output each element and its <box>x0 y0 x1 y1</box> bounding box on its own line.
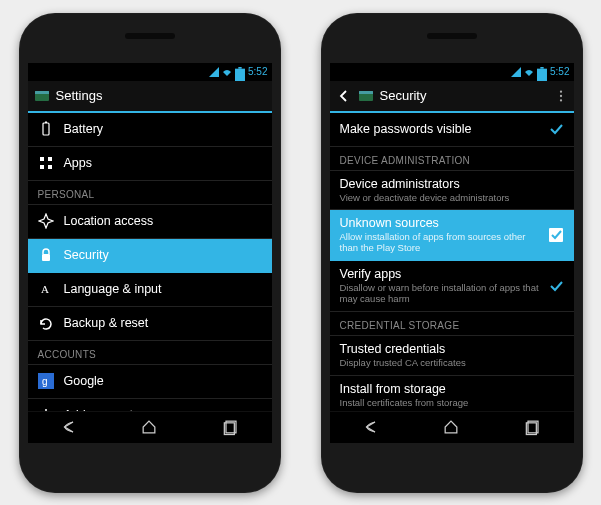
navigation-bar <box>28 411 272 443</box>
navigation-bar <box>330 411 574 443</box>
phone-left: 5:52 Settings Battery Apps PERSONAL <box>19 13 281 493</box>
row-unknown-sources[interactable]: Unknown sources Allow installation of ap… <box>330 210 574 261</box>
svg-text:A: A <box>41 283 49 295</box>
checkbox-checked-icon[interactable] <box>548 227 564 243</box>
security-list[interactable]: Make passwords visible DEVICE ADMINISTRA… <box>330 113 574 411</box>
settings-item-battery[interactable]: Battery <box>28 113 272 147</box>
svg-rect-3 <box>35 91 49 94</box>
status-bar: 5:52 <box>330 63 574 81</box>
recent-apps-button[interactable] <box>218 414 244 440</box>
wifi-icon <box>222 67 232 77</box>
settings-list[interactable]: Battery Apps PERSONAL Location access <box>28 113 272 411</box>
settings-item-backup[interactable]: Backup & reset <box>28 307 272 341</box>
row-install-from-storage[interactable]: Install from storage Install certificate… <box>330 376 574 410</box>
settings-item-add-account[interactable]: Add account <box>28 399 272 411</box>
svg-point-21 <box>559 90 561 92</box>
svg-rect-6 <box>40 157 44 161</box>
row-label: Device administrators <box>340 177 564 191</box>
recent-apps-button[interactable] <box>520 414 546 440</box>
section-header-personal: PERSONAL <box>28 181 272 205</box>
row-passwords-visible[interactable]: Make passwords visible <box>330 113 574 147</box>
screen-left: 5:52 Settings Battery Apps PERSONAL <box>28 63 272 443</box>
row-label: Verify apps <box>340 267 542 281</box>
row-trusted-credentials[interactable]: Trusted credentials Display trusted CA c… <box>330 336 574 376</box>
google-icon: g <box>38 373 54 389</box>
item-label: Language & input <box>64 282 162 296</box>
page-title: Settings <box>56 88 103 103</box>
backup-icon <box>38 315 54 331</box>
clock-text: 5:52 <box>248 66 267 77</box>
signal-icon <box>209 67 219 77</box>
item-label: Apps <box>64 156 93 170</box>
settings-app-icon <box>34 88 50 104</box>
screen-right: 5:52 Security Make passwords visible DEV… <box>330 63 574 443</box>
svg-point-22 <box>559 94 561 96</box>
home-button[interactable] <box>438 414 464 440</box>
phone-right: 5:52 Security Make passwords visible DEV… <box>321 13 583 493</box>
item-label: Security <box>64 248 109 262</box>
svg-rect-7 <box>48 157 52 161</box>
action-bar: Settings <box>28 81 272 113</box>
svg-rect-9 <box>48 165 52 169</box>
checkbox-checked-icon[interactable] <box>548 278 564 294</box>
svg-point-23 <box>559 99 561 101</box>
row-sublabel: View or deactivate device administrators <box>340 193 564 204</box>
back-caret-icon[interactable] <box>336 88 352 104</box>
battery-icon <box>235 67 245 77</box>
battery-icon <box>537 67 547 77</box>
svg-rect-1 <box>238 67 241 69</box>
item-label: Battery <box>64 122 104 136</box>
home-button[interactable] <box>136 414 162 440</box>
signal-icon <box>511 67 521 77</box>
item-label: Location access <box>64 214 154 228</box>
row-sublabel: Display trusted CA certificates <box>340 358 564 369</box>
row-sublabel: Allow installation of apps from sources … <box>340 232 542 254</box>
svg-text:g: g <box>42 376 48 387</box>
location-icon <box>38 213 54 229</box>
lock-icon <box>38 247 54 263</box>
settings-item-language[interactable]: A Language & input <box>28 273 272 307</box>
apps-icon <box>38 155 54 171</box>
svg-rect-10 <box>42 254 50 261</box>
section-header-accounts: ACCOUNTS <box>28 341 272 365</box>
svg-rect-20 <box>359 91 373 94</box>
row-label: Trusted credentials <box>340 342 564 356</box>
settings-app-icon <box>358 88 374 104</box>
item-label: Backup & reset <box>64 316 149 330</box>
overflow-menu-icon[interactable] <box>554 89 568 103</box>
settings-item-security[interactable]: Security <box>28 239 272 273</box>
wifi-icon <box>524 67 534 77</box>
row-sublabel: Disallow or warn before installation of … <box>340 283 542 305</box>
svg-rect-4 <box>43 123 49 135</box>
settings-item-location[interactable]: Location access <box>28 205 272 239</box>
row-label: Unknown sources <box>340 216 542 230</box>
action-bar: Security <box>330 81 574 113</box>
item-label: Google <box>64 374 104 388</box>
row-device-admins[interactable]: Device administrators View or deactivate… <box>330 171 574 211</box>
page-title: Security <box>380 88 427 103</box>
back-button[interactable] <box>55 414 81 440</box>
language-icon: A <box>38 281 54 297</box>
svg-rect-18 <box>540 67 543 69</box>
back-button[interactable] <box>357 414 383 440</box>
svg-rect-24 <box>549 228 563 242</box>
svg-rect-5 <box>45 122 47 124</box>
section-header-device-admin: DEVICE ADMINISTRATION <box>330 147 574 171</box>
clock-text: 5:52 <box>550 66 569 77</box>
row-label: Install from storage <box>340 382 564 396</box>
svg-rect-8 <box>40 165 44 169</box>
row-sublabel: Install certificates from storage <box>340 398 564 409</box>
checkbox-checked-icon[interactable] <box>548 121 564 137</box>
settings-item-google[interactable]: g Google <box>28 365 272 399</box>
settings-item-apps[interactable]: Apps <box>28 147 272 181</box>
section-header-credential: CREDENTIAL STORAGE <box>330 312 574 336</box>
status-bar: 5:52 <box>28 63 272 81</box>
row-label: Make passwords visible <box>340 122 542 136</box>
battery-icon <box>38 121 54 137</box>
row-verify-apps[interactable]: Verify apps Disallow or warn before inst… <box>330 261 574 312</box>
